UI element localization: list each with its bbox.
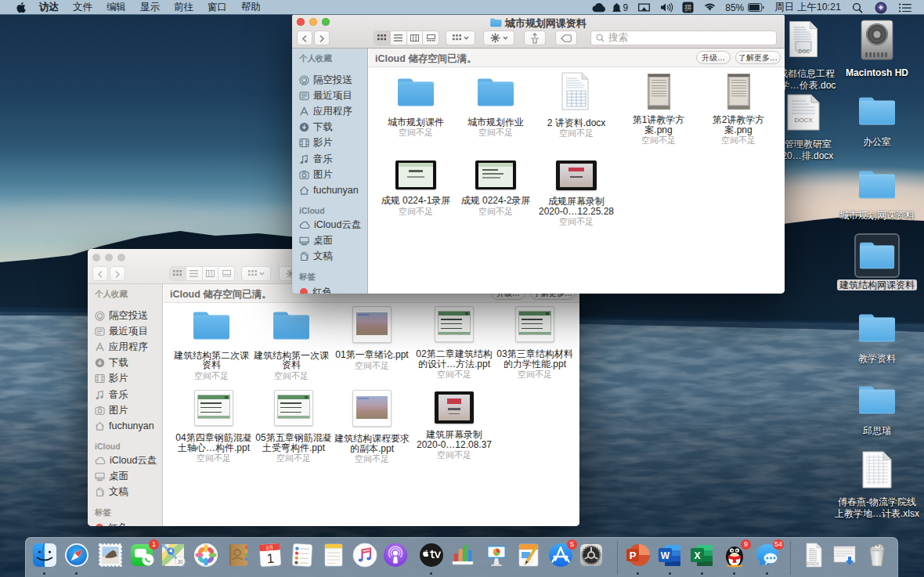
svg-text:DOCX: DOCX [794, 117, 813, 124]
svg-text:DOCX: DOCX [807, 561, 819, 566]
svg-text:W: W [661, 550, 670, 561]
svg-text:.DOC: .DOC [797, 49, 810, 54]
svg-text:30: 30 [177, 559, 183, 564]
svg-text:1: 1 [266, 551, 275, 567]
svg-text:X: X [694, 550, 700, 561]
svg-text:拼: 拼 [684, 3, 692, 12]
svg-text:P: P [630, 550, 637, 561]
